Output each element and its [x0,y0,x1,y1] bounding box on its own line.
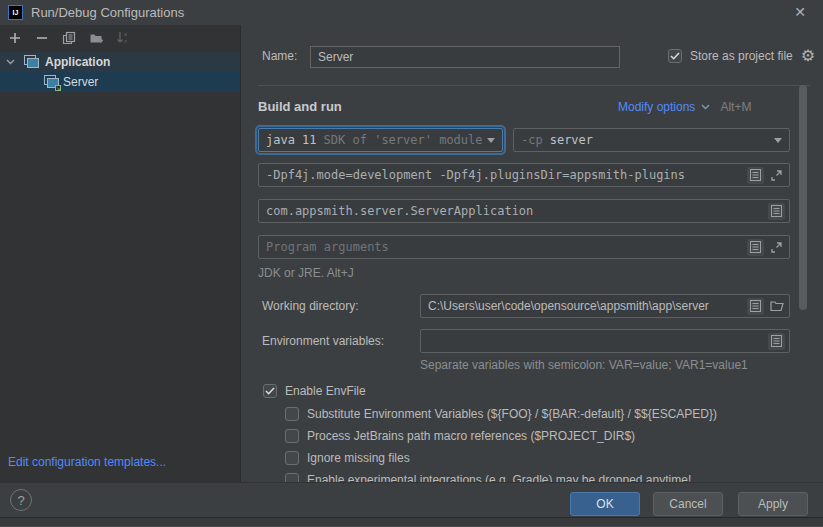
name-field-wrap [310,46,620,68]
tree-group-application[interactable]: Application [0,52,241,72]
working-directory-field [420,294,790,318]
expand-editor-icon[interactable] [768,167,785,184]
working-directory-label: Working directory: [262,299,358,313]
environment-variables-label: Environment variables: [262,334,384,348]
expand-list-icon[interactable] [747,239,764,256]
dialog-footer: ? OK Cancel Apply [0,482,823,517]
apply-button[interactable]: Apply [738,492,808,516]
store-as-project-file-row: Store as project file ⚙ [668,49,815,63]
help-icon[interactable]: ? [10,489,32,511]
chevron-down-icon[interactable] [6,59,18,65]
program-arguments-input[interactable] [266,240,743,254]
intellij-logo-icon: IJ [8,5,23,20]
tree-item-label: Server [63,75,98,89]
copy-configuration-icon[interactable] [61,30,77,46]
cp-prefix: -cp [521,133,543,147]
sidebar-toolbar: a z [0,25,240,51]
experimental-integrations-checkbox[interactable] [285,473,299,482]
run-debug-configurations-dialog: IJ Run/Debug Configurations ✕ [0,0,823,517]
chevron-down-icon [701,104,710,110]
expand-list-icon[interactable] [768,203,785,220]
configuration-form: Name: Store as project file ⚙ Build and … [242,25,823,482]
expand-list-icon[interactable] [768,333,785,350]
application-type-icon [24,55,40,69]
substitute-env-vars-label: Substitute Environment Variables (${FOO}… [307,407,717,421]
combo-arrow-icon [774,138,782,143]
store-as-project-file-checkbox[interactable] [668,49,682,63]
section-divider [258,85,810,86]
envfile-option-row: Substitute Environment Variables (${FOO}… [285,407,717,421]
gear-icon[interactable]: ⚙ [801,49,815,63]
enable-envfile-label: Enable EnvFile [285,384,366,398]
ignore-missing-files-label: Ignore missing files [307,451,410,465]
name-input[interactable] [311,50,619,64]
classpath-combobox[interactable]: -cp server [513,128,790,152]
titlebar: IJ Run/Debug Configurations ✕ [0,0,823,25]
combo-arrow-icon [487,138,495,143]
browse-folder-icon[interactable] [768,298,785,315]
cp-value: server [550,133,593,147]
ignore-missing-files-checkbox[interactable] [285,451,299,465]
expand-editor-icon[interactable] [768,239,785,256]
background-window-strip [0,517,823,527]
cancel-button[interactable]: Cancel [653,492,723,516]
dialog-title: Run/Debug Configurations [31,5,184,20]
jre-value: java 11 [266,133,317,147]
envfile-option-row: Enable experimental integrations (e.g. G… [285,473,691,482]
process-path-macro-checkbox[interactable] [285,429,299,443]
new-folder-icon[interactable] [88,30,104,46]
substitute-env-vars-checkbox[interactable] [285,407,299,421]
jre-combobox[interactable]: java 11 SDK of 'server' module [258,128,503,152]
vertical-scrollbar[interactable] [799,85,807,310]
jre-hint: JDK or JRE. Alt+J [258,266,354,280]
remove-configuration-icon[interactable] [34,30,50,46]
vm-options-field [258,163,790,187]
tree-item-server[interactable]: ↘ Server [0,72,241,92]
edit-configuration-templates-link[interactable]: Edit configuration templates... [8,455,166,469]
sort-configurations-icon[interactable]: a z [115,30,131,46]
ok-button[interactable]: OK [570,492,640,516]
close-icon[interactable]: ✕ [791,3,809,21]
add-configuration-icon[interactable] [7,30,23,46]
jre-hint-inline: SDK of 'server' module [324,133,483,147]
expand-list-icon[interactable] [747,298,764,315]
store-as-project-file-label: Store as project file [690,49,793,63]
envfile-option-row: Ignore missing files [285,451,410,465]
environment-variables-hint: Separate variables with semicolon: VAR=v… [420,358,748,372]
modify-options-shortcut: Alt+M [720,100,751,114]
process-path-macro-label: Process JetBrains path macro references … [307,429,635,443]
working-directory-input[interactable] [428,299,743,313]
vm-options-input[interactable] [266,168,743,182]
program-arguments-field [258,235,790,259]
run-configuration-icon: ↘ [44,75,60,89]
environment-variables-input[interactable] [428,334,764,348]
name-label: Name: [262,49,297,63]
enable-envfile-checkbox[interactable] [263,384,277,398]
configurations-sidebar: a z Application ↘ Server Edit configurat… [0,25,241,482]
expand-list-icon[interactable] [747,167,764,184]
main-class-field [258,199,790,223]
modify-options-link[interactable]: Modify options [618,100,695,114]
tree-group-label: Application [45,55,110,69]
build-and-run-header: Build and run [258,99,342,114]
svg-text:a: a [124,31,128,37]
envfile-option-row: Process JetBrains path macro references … [285,429,635,443]
svg-text:z: z [124,38,127,44]
environment-variables-field [420,329,790,353]
experimental-integrations-label: Enable experimental integrations (e.g. G… [307,473,691,482]
enable-envfile-row: Enable EnvFile [263,384,366,398]
main-class-input[interactable] [266,204,764,218]
